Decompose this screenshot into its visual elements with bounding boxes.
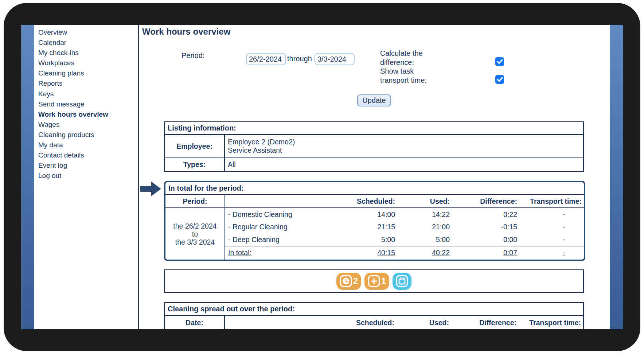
- add-entries-button[interactable]: 1: [364, 273, 389, 290]
- difference-value: 0:00: [453, 233, 520, 246]
- period-from: the 26/2 2024: [168, 222, 222, 230]
- checkmark-icon: [497, 59, 503, 64]
- total-difference-link[interactable]: 0:07: [503, 249, 517, 257]
- task-name: - Deep Cleaning: [225, 233, 332, 246]
- in-total-link[interactable]: In total:: [225, 246, 332, 260]
- col-scheduled: Scheduled:: [332, 316, 397, 329]
- calc-difference-label2: difference:: [380, 58, 464, 67]
- total-scheduled-link[interactable]: 40:15: [377, 249, 395, 257]
- types-label: Types:: [165, 158, 225, 171]
- employee-label: Employee:: [165, 135, 225, 158]
- sidebar: Overview Calendar My check-ins Workplace…: [34, 25, 139, 329]
- show-transport-label2: transport time:: [380, 76, 464, 85]
- sidebar-item-send-message[interactable]: Send message: [38, 99, 138, 109]
- task-name: - Regular Cleaning: [225, 221, 332, 233]
- sidebar-item-cleaning-products[interactable]: Cleaning products: [38, 130, 138, 140]
- add-badge-count: 1: [381, 276, 386, 286]
- sidebar-item-event-log[interactable]: Event log: [38, 160, 138, 171]
- update-button[interactable]: Update: [357, 94, 391, 106]
- show-transport-label: Show task: [380, 67, 464, 76]
- totals-box: In total for the period: Period: Schedul…: [164, 181, 585, 261]
- time-entries-button[interactable]: 2: [336, 273, 361, 290]
- period-from-input[interactable]: [246, 53, 286, 65]
- calendar-badge-icon: [396, 275, 408, 287]
- total-row: In total: 40:15 40:22 0:07 -: [165, 246, 584, 260]
- sidebar-item-my-check-ins[interactable]: My check-ins: [38, 48, 138, 58]
- sidebar-item-wages[interactable]: Wages: [38, 120, 138, 130]
- actions-box: 2 1: [164, 269, 584, 293]
- scheduled-value: 14:00: [332, 208, 398, 221]
- transport-value: -: [520, 233, 584, 246]
- col-difference: Difference:: [453, 195, 520, 208]
- period-range: the 26/2 2024 to the 3/3 2024: [165, 208, 225, 260]
- page-title: Work hours overview: [142, 27, 230, 37]
- scheduled-value: 21:15: [332, 221, 398, 233]
- app-screen: Overview Calendar My check-ins Workplace…: [21, 25, 623, 329]
- calc-difference-checkbox[interactable]: [495, 57, 504, 66]
- used-value: 21:00: [398, 221, 453, 233]
- arrow-right-icon: [140, 181, 161, 198]
- col-period: Period:: [165, 195, 225, 208]
- through-label: through: [287, 55, 312, 63]
- period-to-input[interactable]: [315, 53, 355, 65]
- difference-value: 0:22: [453, 208, 520, 221]
- clock-badge-count: 2: [353, 276, 358, 286]
- add-badge-icon: [368, 275, 380, 287]
- col-task: [225, 316, 332, 329]
- sidebar-item-log-out[interactable]: Log out: [38, 171, 138, 181]
- col-task: [225, 195, 332, 208]
- total-used-link[interactable]: 40:22: [432, 249, 450, 257]
- calendar-view-button[interactable]: [393, 273, 411, 290]
- sidebar-item-workplaces[interactable]: Workplaces: [38, 58, 138, 68]
- col-used: Used:: [397, 316, 452, 329]
- left-blue-strip: [21, 25, 34, 329]
- sidebar-item-keys[interactable]: Keys: [38, 89, 138, 99]
- sidebar-item-reports[interactable]: Reports: [38, 78, 138, 89]
- sidebar-item-my-data[interactable]: My data: [38, 140, 138, 150]
- col-scheduled: Scheduled:: [332, 195, 398, 208]
- calc-difference-label: Calculate the: [380, 49, 464, 58]
- show-transport-checkbox[interactable]: [495, 75, 504, 84]
- totals-title: In total for the period:: [165, 182, 584, 195]
- col-used: Used:: [398, 195, 453, 208]
- spread-box: Cleaning spread out over the period: Dat…: [164, 302, 584, 329]
- period-label: Period:: [182, 51, 204, 60]
- clock-badge-icon: [340, 275, 352, 287]
- listing-information-box: Listing information: Employee: Employee …: [164, 121, 584, 172]
- task-name: - Domestic Cleaning: [225, 208, 332, 221]
- table-row: - Deep Cleaning 5:00 5:00 0:00 -: [165, 233, 584, 246]
- sidebar-item-overview[interactable]: Overview: [38, 27, 138, 38]
- sidebar-item-contact-details[interactable]: Contact details: [38, 150, 138, 160]
- used-value: 14:22: [398, 208, 453, 221]
- employee-value: Employee 2 (Demo2) Service Assistant: [225, 135, 583, 158]
- spread-title: Cleaning spread out over the period:: [165, 303, 583, 316]
- transport-value: -: [520, 208, 584, 221]
- used-value: 5:00: [398, 233, 453, 246]
- checkbox-labels: Calculate the difference: Show task tran…: [380, 49, 464, 85]
- transport-value: -: [520, 221, 584, 233]
- col-date: Date:: [165, 316, 225, 329]
- types-value: All: [225, 158, 583, 171]
- col-transport: Transport time:: [520, 195, 584, 208]
- col-transport: Transport time:: [519, 316, 583, 329]
- table-row: the 26/2 2024 to the 3/3 2024 - Domestic…: [165, 208, 584, 221]
- sidebar-item-cleaning-plans[interactable]: Cleaning plans: [38, 68, 138, 78]
- col-difference: Difference:: [452, 316, 519, 329]
- listing-title: Listing information:: [165, 122, 583, 135]
- checkmark-icon: [497, 77, 503, 82]
- period-to: the 3/3 2024: [168, 238, 222, 246]
- scheduled-value: 5:00: [332, 233, 398, 246]
- employee-name: Employee 2 (Demo2): [228, 138, 580, 146]
- table-row: - Regular Cleaning 21:15 21:00 -0:15 -: [165, 221, 584, 233]
- difference-value: -0:15: [453, 221, 520, 233]
- main-content: Work hours overview Period: through Calc…: [139, 25, 610, 329]
- employee-role: Service Assistant: [228, 146, 580, 155]
- sidebar-item-calendar[interactable]: Calendar: [38, 38, 138, 48]
- period-to-word: to: [168, 230, 222, 238]
- total-transport-link[interactable]: -: [563, 249, 565, 257]
- sidebar-item-work-hours-overview[interactable]: Work hours overview: [38, 109, 138, 120]
- right-blue-strip: [610, 25, 623, 329]
